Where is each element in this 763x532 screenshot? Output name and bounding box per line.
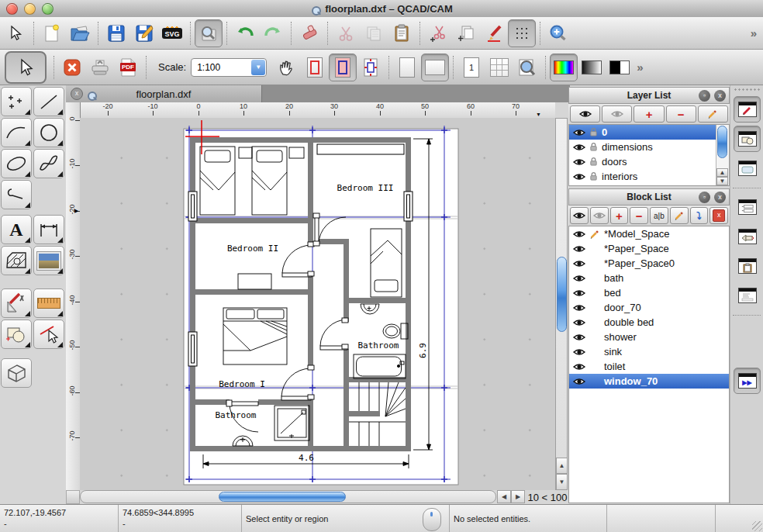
layer-panel-close-button[interactable]: x [714,90,726,102]
polyline-tool-button[interactable] [1,180,32,209]
scale-dropdown[interactable]: 1:100 ▼ [191,58,267,77]
toolbar2-overflow-chevron[interactable]: » [637,60,643,74]
full-color-mode-button[interactable] [550,54,578,81]
show-all-blocks-button[interactable] [570,207,589,224]
toggle-view-toolbar-button[interactable] [734,223,761,250]
scroll-right-button[interactable]: ▶ [511,490,525,503]
copy-with-reference-button[interactable] [452,19,480,47]
toggle-coordinate-widget-button[interactable] [734,194,761,220]
pdf-export-button[interactable]: PDF [114,54,142,81]
auto-fit-page-button[interactable] [357,54,385,81]
scroll-up-button[interactable]: ▲ [556,458,568,474]
purge-block-button[interactable]: x [709,207,728,224]
layer-row[interactable]: interiors [569,169,716,184]
delete-eraser-button[interactable] [295,19,323,47]
toggle-block-list-button[interactable] [734,126,761,152]
modify-tool-button[interactable] [1,320,32,349]
toolbar-overflow-chevron[interactable]: » [751,26,757,40]
page-borders-button[interactable] [301,54,329,81]
edit-tools-button[interactable] [1,288,32,318]
zoom-window-button[interactable] [42,3,54,15]
block-row[interactable]: window_70 [569,374,729,389]
block-panel-close-button[interactable]: x [714,192,726,203]
toggle-property-editor-button[interactable] [734,96,761,123]
block-panel-float-button[interactable]: ▫ [699,192,710,203]
open-file-button[interactable] [66,19,94,47]
layer-row[interactable]: 0 [569,125,716,140]
print-button[interactable] [86,54,114,81]
layer-row[interactable]: dimensions [569,140,716,154]
cut-with-reference-button[interactable] [424,19,452,47]
svg-export-button[interactable]: SVG [158,19,186,47]
block-row[interactable]: *Model_Space [569,226,729,241]
toolbar-drag-handle[interactable] [734,88,760,92]
grid-toggle-button[interactable] [508,19,536,47]
block-row[interactable]: *Paper_Space0 [569,256,729,271]
undo-button[interactable] [231,19,259,47]
zoom-to-page-button[interactable] [513,54,541,81]
draw-pencil-button[interactable] [480,19,508,47]
toggle-command-line-button[interactable] [734,282,761,309]
pan-hand-button[interactable] [273,54,301,81]
image-tool-button[interactable] [33,246,64,275]
ellipse-tool-button[interactable] [1,149,32,178]
3d-solid-tool-button[interactable] [1,358,32,388]
close-drawing-button[interactable] [58,54,86,81]
block-row[interactable]: double bed [569,315,729,330]
title-bar[interactable]: floorplan.dxf – QCAD/CAM [0,0,763,18]
layer-list-titlebar[interactable]: Layer List ▫ x [568,87,730,104]
v-scroll-thumb[interactable] [557,257,567,332]
add-block-button[interactable]: + [610,207,629,224]
cut-button[interactable] [332,19,360,47]
portrait-page-button[interactable] [393,54,421,81]
layer-row-partial[interactable] [569,184,716,185]
point-tool-button[interactable] [1,87,32,116]
selection-mode-button[interactable] [5,51,47,84]
print-preview-button[interactable] [195,19,223,47]
new-file-button[interactable] [38,19,66,47]
black-white-mode-button[interactable] [606,54,634,81]
dimension-tool-button[interactable] [33,215,64,244]
multi-page-button[interactable] [485,54,513,81]
add-layer-button[interactable]: + [634,105,664,123]
spline-tool-button[interactable] [33,149,64,178]
remove-layer-button[interactable]: − [666,105,696,123]
toggle-cam-toolbar-button[interactable]: ▶▶ [734,368,761,394]
print-area-button[interactable] [329,54,357,81]
landscape-page-button[interactable] [421,54,449,81]
layer-scroll-down[interactable]: ▼ [716,177,728,185]
block-row[interactable]: toilet [569,359,729,374]
arc-tool-button[interactable] [1,118,32,147]
scroll-down-button[interactable]: ▼ [556,474,568,490]
scroll-left-button[interactable]: ◀ [497,490,511,503]
hatch-tool-button[interactable] [1,246,32,275]
select-pointer-button[interactable] [2,19,29,47]
close-window-button[interactable] [6,3,18,15]
rename-block-button[interactable]: a|b [650,207,668,224]
block-row[interactable]: *Paper_Space [569,241,729,256]
zoom-in-button[interactable] [544,19,572,47]
insert-block-button[interactable]: ⤵ [690,207,709,224]
ruler-menu-icon[interactable]: ▼ [536,112,541,117]
toggle-clipboard-panel-button[interactable] [734,253,761,279]
redo-button[interactable] [259,19,287,47]
paste-button[interactable] [388,19,416,47]
text-tool-button[interactable]: A [1,215,32,244]
block-row[interactable]: bath [569,271,729,285]
save-button[interactable] [102,19,130,47]
layer-panel-float-button[interactable]: ▫ [699,90,710,102]
grayscale-mode-button[interactable] [578,54,606,81]
tab-floorplan[interactable]: x floorplan.dxf [66,85,262,102]
canvas-horizontal-scrollbar[interactable] [80,490,496,503]
hide-all-layers-button[interactable] [602,105,632,123]
layer-scroll-thumb[interactable] [717,126,727,158]
layer-scroll-up[interactable]: ▲ [716,168,728,177]
hide-all-blocks-button[interactable] [590,207,609,224]
block-list-titlebar[interactable]: Block List ▫ x [568,188,730,206]
tab-close-icon[interactable]: x [71,88,83,100]
measure-tool-button[interactable] [33,288,64,318]
block-row[interactable]: shower [569,330,729,344]
minimize-window-button[interactable] [24,3,36,15]
copy-button[interactable] [360,19,388,47]
layer-list-scrollbar[interactable]: ▲ ▼ [716,125,729,185]
